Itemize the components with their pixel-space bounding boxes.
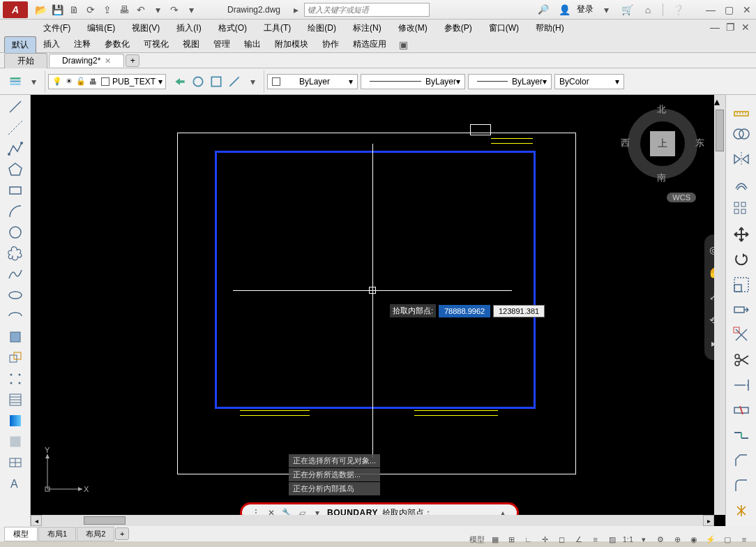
lineweight-dropdown-icon[interactable]: ▾	[543, 77, 547, 87]
menu-file[interactable]: 文件(F)	[35, 20, 79, 36]
chamfer-tool-icon[interactable]	[729, 448, 754, 473]
offset-tool-icon[interactable]	[729, 172, 754, 197]
make-block-icon[interactable]	[5, 347, 26, 368]
find-icon[interactable]: 🔎	[536, 3, 550, 17]
saveas-icon[interactable]: 🗎	[67, 3, 81, 17]
menu-insert[interactable]: 插入(I)	[168, 20, 209, 36]
redo-icon[interactable]: ↷	[167, 3, 181, 17]
wcs-badge[interactable]: WCS	[667, 193, 696, 202]
stretch-tool-icon[interactable]	[729, 297, 754, 322]
ribbon-tab-addins[interactable]: 附加模块	[268, 36, 315, 52]
text-tool-icon[interactable]: A	[5, 473, 26, 494]
coord-x-input[interactable]: 78888.9962	[439, 305, 490, 317]
menu-help[interactable]: 帮助(H)	[527, 20, 573, 36]
ribbon-tab-collaborate[interactable]: 协作	[315, 36, 346, 52]
add-file-tab[interactable]: +	[126, 54, 139, 67]
spline-tool-icon[interactable]	[5, 264, 26, 285]
viewcube[interactable]: 上 北 南 西 东	[621, 102, 704, 186]
menu-dimension[interactable]: 标注(N)	[345, 20, 390, 36]
layer-previous-icon[interactable]	[173, 75, 187, 89]
viewcube-north[interactable]: 北	[657, 103, 666, 116]
ribbon-tab-annotate[interactable]: 注释	[67, 36, 98, 52]
arc-tool-icon[interactable]	[5, 201, 26, 222]
minimize-button[interactable]: —	[704, 3, 717, 16]
ellipse-tool-icon[interactable]	[5, 285, 26, 306]
close-button[interactable]: ✕	[741, 3, 753, 16]
line-tool-icon[interactable]	[5, 96, 26, 117]
transparency-toggle-icon[interactable]: ▨	[606, 533, 619, 546]
plotstyle-dropdown-icon[interactable]: ▾	[615, 77, 619, 87]
menu-draw[interactable]: 绘图(D)	[299, 20, 345, 36]
hscroll-thumb[interactable]	[84, 516, 126, 525]
isolate-objects-icon[interactable]: ◉	[688, 533, 700, 546]
table-tool-icon[interactable]	[5, 452, 26, 473]
layer-manager-icon[interactable]	[8, 75, 22, 89]
layer-dropdown-icon[interactable]: ▾	[158, 77, 162, 87]
color-dropdown-icon[interactable]: ▾	[349, 77, 353, 87]
share-icon[interactable]: ⌂	[641, 3, 655, 17]
viewcube-east[interactable]: 东	[695, 137, 704, 149]
viewcube-west[interactable]: 西	[621, 137, 630, 149]
vertical-scrollbar[interactable]: ▴	[714, 95, 725, 515]
color-selector[interactable]: ByLayer ▾	[267, 74, 358, 89]
model-tab[interactable]: 模型	[4, 527, 38, 541]
grid-toggle-icon[interactable]: ▦	[489, 533, 501, 546]
menu-edit[interactable]: 编辑(E)	[79, 20, 123, 36]
ortho-toggle-icon[interactable]: ∟	[522, 533, 535, 546]
ribbon-tab-output[interactable]: 输出	[237, 36, 268, 52]
snap-toggle-icon[interactable]: ⊞	[506, 533, 518, 546]
move-tool-icon[interactable]	[729, 222, 754, 247]
account-icon[interactable]: 👤	[557, 3, 571, 17]
layout2-tab[interactable]: 布局2	[77, 527, 114, 541]
rotate-tool-icon[interactable]	[729, 247, 754, 272]
customize-status-icon[interactable]: ≡	[738, 533, 750, 546]
print-icon[interactable]: 🖶	[117, 3, 131, 17]
ribbon-tab-featured[interactable]: 精选应用	[346, 36, 393, 52]
trim-tool-icon[interactable]	[729, 322, 754, 347]
fillet-tool-icon[interactable]	[729, 473, 754, 498]
undo-icon[interactable]: ↶	[134, 3, 148, 17]
rectangle-tool-icon[interactable]	[5, 180, 26, 201]
search-input[interactable]	[304, 3, 430, 17]
array-tool-icon[interactable]	[729, 197, 754, 222]
viewcube-top-face[interactable]: 上	[650, 131, 675, 156]
child-minimize-button[interactable]: —	[709, 21, 721, 33]
linetype-selector[interactable]: ByLayer ▾	[361, 74, 465, 89]
status-ratio[interactable]: 1:1	[623, 535, 633, 544]
layer-selector[interactable]: 💡 ☀ 🔓 🖶 PUB_TEXT ▾	[48, 74, 166, 89]
status-model[interactable]: 模型	[469, 534, 485, 545]
hatch-tool-icon[interactable]	[5, 389, 26, 410]
scroll-up-icon[interactable]: ▴	[714, 95, 725, 108]
break-tool-icon[interactable]	[729, 398, 754, 423]
child-close-button[interactable]: ✕	[739, 21, 752, 33]
login-drop-icon[interactable]: ▾	[599, 3, 613, 17]
viewcube-south[interactable]: 南	[657, 172, 666, 184]
menu-window[interactable]: 窗口(W)	[481, 20, 527, 36]
maximize-button[interactable]: ▢	[723, 3, 735, 16]
insert-block-icon[interactable]	[5, 327, 26, 347]
save-icon[interactable]: 💾	[50, 3, 64, 17]
measure-tool-icon[interactable]	[729, 96, 754, 121]
horizontal-scrollbar[interactable]: ◂ ▸	[31, 515, 714, 526]
construction-line-icon[interactable]	[5, 117, 26, 138]
menu-format[interactable]: 格式(O)	[210, 20, 255, 36]
coord-y-input[interactable]: 123891.381	[493, 305, 545, 317]
ribbon-expand-icon[interactable]: ▣	[396, 38, 410, 52]
annotation-monitor-icon[interactable]: ⊕	[671, 533, 683, 546]
workspace-icon[interactable]: ⚙	[654, 533, 667, 546]
undo-drop-icon[interactable]: ▾	[151, 3, 165, 17]
menu-tools[interactable]: 工具(T)	[255, 20, 299, 36]
layer-match-icon[interactable]	[209, 75, 223, 89]
search-expand-icon[interactable]: ▸	[289, 3, 303, 17]
clean-screen-icon[interactable]: ▢	[721, 533, 734, 546]
layer-tools-dropdown-icon[interactable]: ▾	[27, 75, 40, 89]
drawing-canvas[interactable]: 拾取内部点: 78888.9962 123891.381 上 北 南 西 东 W…	[31, 95, 725, 526]
region-tool-icon[interactable]	[5, 431, 26, 452]
menu-parametric[interactable]: 参数(P)	[436, 20, 481, 36]
extend-tool-icon[interactable]	[729, 373, 754, 398]
file-tab-start[interactable]: 开始	[4, 53, 47, 68]
scale-tool-icon[interactable]	[729, 272, 754, 297]
polygon-tool-icon[interactable]	[5, 159, 26, 180]
ribbon-tab-view[interactable]: 视图	[176, 36, 206, 52]
menu-modify[interactable]: 修改(M)	[390, 20, 436, 36]
